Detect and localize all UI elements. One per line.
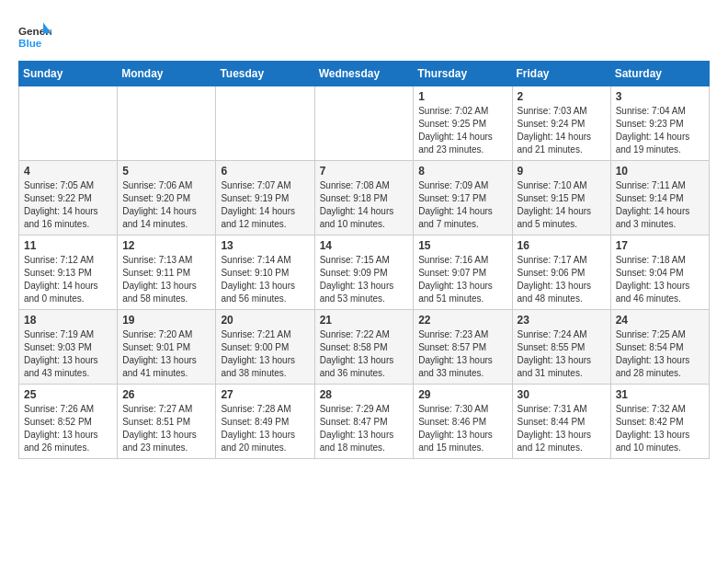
calendar-cell: 2Sunrise: 7:03 AMSunset: 9:24 PMDaylight…: [512, 86, 610, 161]
day-number: 28: [320, 388, 409, 401]
day-info: Sunrise: 7:03 AMSunset: 9:24 PMDaylight:…: [518, 105, 606, 156]
day-number: 2: [518, 90, 606, 103]
calendar-week-row: 1Sunrise: 7:02 AMSunset: 9:25 PMDaylight…: [19, 86, 710, 161]
calendar-cell: 25Sunrise: 7:26 AMSunset: 8:52 PMDayligh…: [19, 385, 118, 459]
day-info: Sunrise: 7:11 AMSunset: 9:14 PMDaylight:…: [616, 179, 704, 231]
day-number: 7: [320, 165, 409, 178]
day-number: 9: [518, 165, 606, 178]
day-info: Sunrise: 7:05 AMSunset: 9:22 PMDaylight:…: [24, 179, 112, 231]
day-number: 14: [320, 239, 409, 252]
day-info: Sunrise: 7:23 AMSunset: 8:57 PMDaylight:…: [418, 328, 506, 380]
day-number: 13: [221, 239, 309, 252]
day-number: 27: [221, 388, 309, 401]
weekday-header-tuesday: Tuesday: [216, 62, 314, 86]
calendar-cell: 15Sunrise: 7:16 AMSunset: 9:07 PMDayligh…: [414, 236, 512, 310]
day-number: 18: [24, 314, 112, 327]
day-info: Sunrise: 7:15 AMSunset: 9:09 PMDaylight:…: [320, 254, 409, 305]
day-info: Sunrise: 7:26 AMSunset: 8:52 PMDaylight:…: [24, 403, 112, 454]
day-info: Sunrise: 7:16 AMSunset: 9:07 PMDaylight:…: [418, 254, 506, 305]
day-info: Sunrise: 7:24 AMSunset: 8:55 PMDaylight:…: [518, 328, 606, 380]
calendar-cell: 7Sunrise: 7:08 AMSunset: 9:18 PMDaylight…: [314, 161, 414, 236]
day-info: Sunrise: 7:09 AMSunset: 9:17 PMDaylight:…: [418, 179, 506, 231]
day-info: Sunrise: 7:25 AMSunset: 8:54 PMDaylight:…: [616, 328, 704, 380]
calendar-cell: 18Sunrise: 7:19 AMSunset: 9:03 PMDayligh…: [19, 310, 118, 385]
day-info: Sunrise: 7:14 AMSunset: 9:10 PMDaylight:…: [221, 254, 309, 305]
day-number: 20: [221, 314, 309, 327]
day-info: Sunrise: 7:30 AMSunset: 8:46 PMDaylight:…: [418, 403, 506, 454]
calendar-cell: 19Sunrise: 7:20 AMSunset: 9:01 PMDayligh…: [118, 310, 216, 385]
day-info: Sunrise: 7:27 AMSunset: 8:51 PMDaylight:…: [122, 403, 210, 454]
day-number: 8: [418, 165, 506, 178]
day-number: 5: [122, 165, 210, 178]
day-info: Sunrise: 7:07 AMSunset: 9:19 PMDaylight:…: [221, 179, 309, 231]
day-info: Sunrise: 7:31 AMSunset: 8:44 PMDaylight:…: [518, 403, 606, 454]
calendar-header-row: SundayMondayTuesdayWednesdayThursdayFrid…: [19, 62, 710, 86]
calendar-cell: 29Sunrise: 7:30 AMSunset: 8:46 PMDayligh…: [414, 385, 512, 459]
calendar-cell: 26Sunrise: 7:27 AMSunset: 8:51 PMDayligh…: [118, 385, 216, 459]
calendar-cell: [118, 86, 216, 161]
calendar-cell: 31Sunrise: 7:32 AMSunset: 8:42 PMDayligh…: [610, 385, 709, 459]
weekday-header-thursday: Thursday: [414, 62, 512, 86]
calendar-cell: 8Sunrise: 7:09 AMSunset: 9:17 PMDaylight…: [414, 161, 512, 236]
calendar-cell: 11Sunrise: 7:12 AMSunset: 9:13 PMDayligh…: [19, 236, 118, 310]
day-number: 6: [221, 165, 309, 178]
weekday-header-wednesday: Wednesday: [314, 62, 414, 86]
day-info: Sunrise: 7:21 AMSunset: 9:00 PMDaylight:…: [221, 328, 309, 380]
calendar-cell: 12Sunrise: 7:13 AMSunset: 9:11 PMDayligh…: [118, 236, 216, 310]
logo: General Blue: [18, 18, 51, 52]
day-number: 30: [518, 388, 606, 401]
calendar-cell: 14Sunrise: 7:15 AMSunset: 9:09 PMDayligh…: [314, 236, 414, 310]
day-info: Sunrise: 7:10 AMSunset: 9:15 PMDaylight:…: [518, 179, 606, 231]
day-number: 17: [616, 239, 704, 252]
calendar-cell: 20Sunrise: 7:21 AMSunset: 9:00 PMDayligh…: [216, 310, 314, 385]
weekday-header-monday: Monday: [118, 62, 216, 86]
calendar-cell: 10Sunrise: 7:11 AMSunset: 9:14 PMDayligh…: [610, 161, 709, 236]
day-number: 23: [518, 314, 606, 327]
calendar-cell: 13Sunrise: 7:14 AMSunset: 9:10 PMDayligh…: [216, 236, 314, 310]
calendar-cell: 22Sunrise: 7:23 AMSunset: 8:57 PMDayligh…: [414, 310, 512, 385]
calendar-cell: 5Sunrise: 7:06 AMSunset: 9:20 PMDaylight…: [118, 161, 216, 236]
day-number: 16: [518, 239, 606, 252]
calendar-cell: 24Sunrise: 7:25 AMSunset: 8:54 PMDayligh…: [610, 310, 709, 385]
calendar-cell: 3Sunrise: 7:04 AMSunset: 9:23 PMDaylight…: [610, 86, 709, 161]
calendar-cell: [216, 86, 314, 161]
day-info: Sunrise: 7:29 AMSunset: 8:47 PMDaylight:…: [320, 403, 409, 454]
calendar-cell: 16Sunrise: 7:17 AMSunset: 9:06 PMDayligh…: [512, 236, 610, 310]
day-info: Sunrise: 7:13 AMSunset: 9:11 PMDaylight:…: [122, 254, 210, 305]
day-number: 11: [24, 239, 112, 252]
day-number: 12: [122, 239, 210, 252]
day-number: 4: [24, 165, 112, 178]
calendar-cell: 17Sunrise: 7:18 AMSunset: 9:04 PMDayligh…: [610, 236, 709, 310]
day-info: Sunrise: 7:19 AMSunset: 9:03 PMDaylight:…: [24, 328, 112, 380]
calendar-cell: [314, 86, 414, 161]
calendar-week-row: 11Sunrise: 7:12 AMSunset: 9:13 PMDayligh…: [19, 236, 710, 310]
day-number: 10: [616, 165, 704, 178]
page-header: General Blue: [18, 18, 710, 52]
calendar-cell: 23Sunrise: 7:24 AMSunset: 8:55 PMDayligh…: [512, 310, 610, 385]
weekday-header-friday: Friday: [512, 62, 610, 86]
calendar-table: SundayMondayTuesdayWednesdayThursdayFrid…: [18, 61, 710, 459]
day-number: 22: [418, 314, 506, 327]
day-number: 31: [616, 388, 704, 401]
calendar-cell: 28Sunrise: 7:29 AMSunset: 8:47 PMDayligh…: [314, 385, 414, 459]
day-info: Sunrise: 7:12 AMSunset: 9:13 PMDaylight:…: [24, 254, 112, 305]
day-info: Sunrise: 7:18 AMSunset: 9:04 PMDaylight:…: [616, 254, 704, 305]
svg-text:Blue: Blue: [18, 37, 42, 49]
day-info: Sunrise: 7:06 AMSunset: 9:20 PMDaylight:…: [122, 179, 210, 231]
day-info: Sunrise: 7:20 AMSunset: 9:01 PMDaylight:…: [122, 328, 210, 380]
calendar-cell: 6Sunrise: 7:07 AMSunset: 9:19 PMDaylight…: [216, 161, 314, 236]
day-info: Sunrise: 7:28 AMSunset: 8:49 PMDaylight:…: [221, 403, 309, 454]
day-number: 1: [418, 90, 506, 103]
day-number: 26: [122, 388, 210, 401]
calendar-cell: [19, 86, 118, 161]
calendar-cell: 30Sunrise: 7:31 AMSunset: 8:44 PMDayligh…: [512, 385, 610, 459]
calendar-cell: 21Sunrise: 7:22 AMSunset: 8:58 PMDayligh…: [314, 310, 414, 385]
calendar-week-row: 25Sunrise: 7:26 AMSunset: 8:52 PMDayligh…: [19, 385, 710, 459]
day-info: Sunrise: 7:17 AMSunset: 9:06 PMDaylight:…: [518, 254, 606, 305]
weekday-header-sunday: Sunday: [19, 62, 118, 86]
calendar-cell: 4Sunrise: 7:05 AMSunset: 9:22 PMDaylight…: [19, 161, 118, 236]
day-info: Sunrise: 7:32 AMSunset: 8:42 PMDaylight:…: [616, 403, 704, 454]
day-info: Sunrise: 7:02 AMSunset: 9:25 PMDaylight:…: [418, 105, 506, 156]
day-number: 3: [616, 90, 704, 103]
day-number: 15: [418, 239, 506, 252]
